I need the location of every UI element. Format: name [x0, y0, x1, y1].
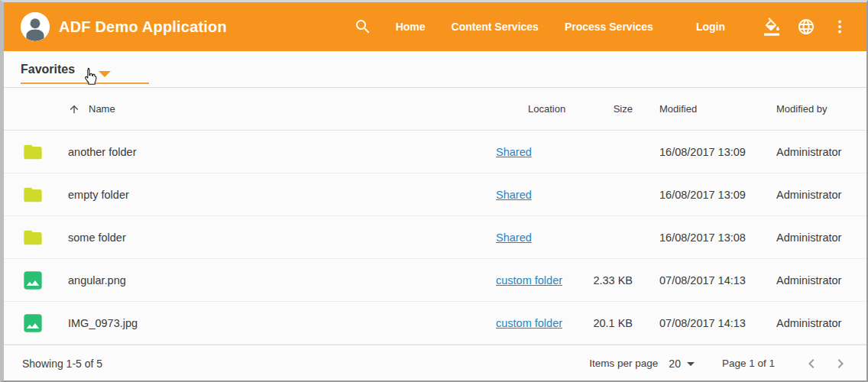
- showing-range-label: Showing 1-5 of 5: [22, 358, 102, 370]
- document-list: Name Location Size Modified Modified by …: [4, 88, 866, 345]
- modified-cell: 16/08/2017 13:09: [659, 189, 776, 201]
- mouse-hand-cursor: [82, 66, 100, 89]
- items-per-page-value: 20: [669, 358, 681, 370]
- location-cell: Shared: [496, 231, 591, 244]
- tab-favorites[interactable]: Favorites: [21, 63, 75, 76]
- image-file-icon: [22, 270, 44, 291]
- size-cell: 2.33 KB: [591, 274, 633, 286]
- search-button[interactable]: [354, 18, 372, 36]
- items-per-page-caret-icon: [687, 362, 695, 366]
- location-link[interactable]: Shared: [496, 231, 532, 244]
- previous-page-button[interactable]: [802, 354, 821, 373]
- modified-cell: 07/08/2017 14:13: [659, 274, 776, 286]
- file-type-cell: [22, 141, 68, 163]
- main-nav: Home Content Services Process Services L…: [383, 13, 749, 40]
- table-row[interactable]: another folder Shared 16/08/2017 13:09 A…: [4, 131, 866, 173]
- size-cell: 20.1 KB: [591, 317, 633, 329]
- search-icon: [354, 18, 372, 36]
- file-type-cell: [22, 227, 68, 248]
- column-header-size[interactable]: Size: [591, 103, 633, 115]
- column-label-name: Name: [89, 103, 115, 115]
- image-file-icon: [22, 312, 44, 334]
- column-header-modified-by[interactable]: Modified by: [776, 103, 853, 115]
- modified-by-cell: Administrator: [776, 189, 853, 201]
- next-page-button[interactable]: [831, 354, 850, 373]
- table-row[interactable]: empty folder Shared 16/08/2017 13:09 Adm…: [4, 173, 866, 216]
- nav-item-home[interactable]: Home: [383, 13, 439, 40]
- file-name[interactable]: angular.png: [68, 274, 126, 286]
- format-color-fill-icon: [763, 18, 782, 36]
- file-name[interactable]: some folder: [68, 231, 126, 244]
- globe-icon: [797, 18, 815, 36]
- name-cell[interactable]: another folder: [68, 146, 496, 158]
- file-type-cell: [22, 270, 68, 291]
- items-per-page-select[interactable]: 20: [669, 358, 695, 370]
- person-icon: [21, 12, 50, 41]
- table-header-row: Name Location Size Modified Modified by: [4, 88, 866, 131]
- nav-item-content-services[interactable]: Content Services: [439, 13, 552, 40]
- location-cell: custom folder: [496, 317, 591, 329]
- language-button[interactable]: [796, 17, 816, 37]
- folder-icon: [22, 227, 44, 248]
- location-cell: Shared: [496, 189, 591, 201]
- nav-item-login[interactable]: Login: [683, 13, 738, 40]
- view-selector-bar: Favorites: [4, 51, 866, 88]
- location-link[interactable]: Shared: [496, 146, 532, 158]
- modified-by-cell: Administrator: [776, 231, 853, 244]
- name-cell[interactable]: angular.png: [68, 274, 496, 286]
- file-type-cell: [22, 312, 68, 334]
- sort-ascending-icon[interactable]: [68, 103, 80, 115]
- tab-active-underline: [21, 83, 149, 84]
- table-body: another folder Shared 16/08/2017 13:09 A…: [4, 131, 866, 345]
- items-per-page-label: Items per page: [589, 358, 658, 369]
- location-cell: custom folder: [496, 274, 591, 286]
- column-header-name[interactable]: Name: [68, 103, 496, 115]
- table-row[interactable]: IMG_0973.jpg custom folder 20.1 KB 07/08…: [4, 302, 866, 345]
- user-avatar[interactable]: [21, 12, 50, 41]
- folder-icon: [22, 141, 44, 163]
- modified-cell: 16/08/2017 13:09: [659, 146, 776, 158]
- dropdown-caret-icon[interactable]: [99, 71, 111, 77]
- file-name[interactable]: IMG_0973.jpg: [68, 317, 138, 329]
- modified-by-cell: Administrator: [776, 146, 853, 158]
- modified-by-cell: Administrator: [776, 274, 853, 286]
- location-cell: Shared: [496, 146, 591, 158]
- name-cell[interactable]: some folder: [68, 231, 496, 244]
- pagination-footer: Showing 1-5 of 5 Items per page 20 Page …: [4, 345, 866, 381]
- location-link[interactable]: custom folder: [496, 317, 562, 329]
- file-name[interactable]: another folder: [68, 146, 136, 158]
- column-header-location[interactable]: Location: [496, 103, 591, 115]
- table-row[interactable]: angular.png custom folder 2.33 KB 07/08/…: [4, 259, 866, 302]
- name-cell[interactable]: empty folder: [68, 189, 496, 201]
- file-name[interactable]: empty folder: [68, 189, 129, 201]
- name-cell[interactable]: IMG_0973.jpg: [68, 317, 496, 329]
- modified-cell: 07/08/2017 14:13: [659, 317, 776, 329]
- app-header: ADF Demo Application Home Content Servic…: [4, 2, 866, 51]
- folder-icon: [22, 184, 44, 206]
- app-title: ADF Demo Application: [59, 18, 227, 36]
- page-indicator: Page 1 of 1: [722, 358, 775, 369]
- pager-controls: Items per page 20 Page 1 of 1: [589, 354, 850, 373]
- more-options-button[interactable]: [830, 17, 850, 37]
- more-vert-icon: [831, 18, 849, 36]
- modified-cell: 16/08/2017 13:08: [659, 231, 776, 244]
- table-row[interactable]: some folder Shared 16/08/2017 13:08 Admi…: [4, 216, 866, 259]
- column-header-modified[interactable]: Modified: [659, 103, 776, 115]
- app-window: ADF Demo Application Home Content Servic…: [0, 0, 868, 382]
- modified-by-cell: Administrator: [776, 317, 853, 329]
- location-link[interactable]: custom folder: [496, 274, 562, 286]
- location-link[interactable]: Shared: [496, 189, 532, 201]
- theme-color-button[interactable]: [763, 17, 782, 37]
- file-type-cell: [22, 184, 68, 206]
- nav-item-process-services[interactable]: Process Services: [552, 13, 666, 40]
